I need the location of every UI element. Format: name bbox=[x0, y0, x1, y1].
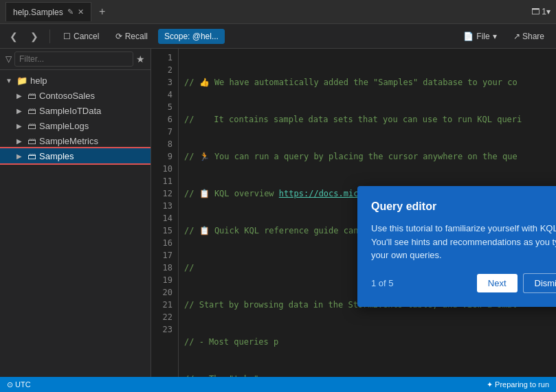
tree-chevron-help: ▼ bbox=[5, 77, 14, 84]
sidebar: ▽ ★ ▼ 📁 help ▶ 🗃 ContosoSales ▶ 🗃 Sample… bbox=[0, 49, 151, 377]
tab-help-samples[interactable]: help.Samples ✎ ✕ bbox=[5, 2, 91, 21]
filter-icon: ▽ bbox=[5, 54, 12, 64]
toolbar-separator bbox=[49, 30, 50, 43]
code-line-8: // - Most queries p bbox=[184, 336, 551, 348]
tree-label-help: help bbox=[30, 76, 47, 86]
tree-chevron-samples: ▶ bbox=[16, 152, 25, 160]
line-num-4: 4 bbox=[151, 89, 173, 101]
tree-item-contososales[interactable]: ▶ 🗃 ContosoSales bbox=[0, 88, 151, 103]
tree-view: ▼ 📁 help ▶ 🗃 ContosoSales ▶ 🗃 SampleIoTD… bbox=[0, 70, 151, 377]
popup-counter: 1 of 5 bbox=[371, 278, 471, 288]
line-num-2: 2 bbox=[151, 64, 173, 76]
tree-label-samples: Samples bbox=[39, 151, 74, 161]
popup-footer: 1 of 5 Next Dismiss bbox=[371, 273, 556, 293]
tree-label-sampleiotdata: SampleIoTData bbox=[39, 106, 101, 116]
query-editor-popup: Query editor ✕ Use this tutorial to fami… bbox=[357, 186, 556, 307]
main-content: ▽ ★ ▼ 📁 help ▶ 🗃 ContosoSales ▶ 🗃 Sample… bbox=[0, 49, 556, 377]
popup-title: Query editor bbox=[371, 200, 436, 213]
code-line-9: // - The "take" op bbox=[184, 373, 551, 377]
scope-label: Scope: @hel... bbox=[164, 32, 219, 41]
line-num-6: 6 bbox=[151, 113, 173, 126]
status-preparing: ✦ Preparing to run bbox=[487, 380, 549, 389]
tab-edit-icon[interactable]: ✎ bbox=[67, 8, 74, 16]
filter-input[interactable] bbox=[14, 51, 133, 67]
tree-chevron-sampleiotdata: ▶ bbox=[16, 107, 25, 115]
line-num-9: 9 bbox=[151, 150, 173, 163]
nav-right-button[interactable]: ❯ bbox=[26, 28, 43, 45]
toolbar-right: 📄 File ▾ ↗ Share bbox=[457, 29, 551, 44]
sidebar-filter-bar: ▽ ★ bbox=[0, 49, 151, 70]
tree-label-samplemetrics: SampleMetrics bbox=[39, 136, 98, 146]
recall-label: ⟳ Recall bbox=[115, 32, 148, 41]
file-icon: 📄 bbox=[463, 32, 474, 41]
tree-label-contososales: ContosoSales bbox=[39, 91, 95, 101]
line-numbers: 1 2 3 4 5 6 7 8 9 10 11 12 13 14 15 16 1… bbox=[151, 49, 179, 377]
nav-left-button[interactable]: ❮ bbox=[5, 28, 22, 45]
tree-chevron-samplelogs: ▶ bbox=[16, 122, 25, 130]
line-num-3: 3 bbox=[151, 76, 173, 89]
popup-header: Query editor ✕ bbox=[371, 200, 556, 214]
line-num-19: 19 bbox=[151, 274, 173, 286]
code-line-3: // 🏃 You can run a query by placing the … bbox=[184, 150, 551, 163]
tree-db-icon-sampleiotdata: 🗃 bbox=[27, 106, 36, 116]
line-num-1: 1 bbox=[151, 51, 173, 64]
tree-db-icon-contososales: 🗃 bbox=[27, 91, 36, 101]
share-button[interactable]: ↗ Share bbox=[507, 29, 551, 44]
file-label: File bbox=[476, 32, 489, 41]
tree-label-samplelogs: SampleLogs bbox=[39, 121, 89, 131]
window-controls[interactable]: 🗖 1▾ bbox=[531, 7, 551, 16]
tree-db-icon-samplemetrics: 🗃 bbox=[27, 136, 36, 146]
sidebar-actions-icon[interactable]: ★ bbox=[136, 54, 145, 65]
line-num-17: 17 bbox=[151, 249, 173, 262]
line-num-18: 18 bbox=[151, 262, 173, 274]
tree-item-samples[interactable]: ▶ 🗃 Samples bbox=[0, 148, 151, 163]
line-num-8: 8 bbox=[151, 138, 173, 150]
cancel-label: Cancel bbox=[74, 32, 99, 41]
tree-item-sampleiotdata[interactable]: ▶ 🗃 SampleIoTData bbox=[0, 103, 151, 118]
tree-db-icon-samples: 🗃 bbox=[27, 151, 36, 161]
line-num-14: 14 bbox=[151, 212, 173, 224]
toolbar: ❮ ❯ ☐ Cancel ⟳ Recall Scope: @hel... 📄 F… bbox=[0, 24, 556, 49]
cancel-icon: ☐ bbox=[63, 32, 71, 41]
tree-chevron-contososales: ▶ bbox=[16, 92, 25, 100]
file-button[interactable]: 📄 File ▾ bbox=[457, 29, 502, 44]
tab-close-icon[interactable]: ✕ bbox=[78, 8, 84, 16]
line-num-11: 11 bbox=[151, 175, 173, 187]
code-line-2: // It contains sample data sets that you… bbox=[184, 113, 551, 126]
line-num-16: 16 bbox=[151, 237, 173, 249]
cancel-button[interactable]: ☐ Cancel bbox=[57, 29, 105, 44]
new-tab-button[interactable]: + bbox=[94, 3, 111, 20]
title-bar: help.Samples ✎ ✕ + 🗖 1▾ bbox=[0, 0, 556, 24]
tree-chevron-samplemetrics: ▶ bbox=[16, 137, 25, 145]
tab-label: help.Samples bbox=[13, 8, 63, 17]
line-num-20: 20 bbox=[151, 286, 173, 299]
status-right: ✦ Preparing to run bbox=[487, 380, 549, 389]
recall-button[interactable]: ⟳ Recall bbox=[109, 29, 154, 44]
popup-body: Use this tutorial to familiarize yoursel… bbox=[371, 222, 556, 262]
line-num-10: 10 bbox=[151, 163, 173, 175]
line-num-22: 22 bbox=[151, 311, 173, 323]
editor-area: 1 2 3 4 5 6 7 8 9 10 11 12 13 14 15 16 1… bbox=[151, 49, 556, 377]
scope-button[interactable]: Scope: @hel... bbox=[158, 29, 225, 44]
tree-item-samplelogs[interactable]: ▶ 🗃 SampleLogs bbox=[0, 118, 151, 133]
status-utc: ⊙ UTC bbox=[7, 380, 31, 389]
line-num-21: 21 bbox=[151, 299, 173, 311]
line-num-15: 15 bbox=[151, 224, 173, 237]
tree-folder-icon-help: 📁 bbox=[16, 76, 27, 86]
line-num-23: 23 bbox=[151, 323, 173, 336]
code-line-1: // 👍 We have automatically added the "Sa… bbox=[184, 76, 551, 89]
tree-item-help[interactable]: ▼ 📁 help bbox=[0, 73, 151, 88]
tree-item-samplemetrics[interactable]: ▶ 🗃 SampleMetrics bbox=[0, 133, 151, 148]
status-bar: ⊙ UTC ✦ Preparing to run bbox=[0, 377, 556, 392]
dismiss-button[interactable]: Dismiss bbox=[523, 273, 557, 293]
line-num-5: 5 bbox=[151, 101, 173, 113]
tree-db-icon-samplelogs: 🗃 bbox=[27, 121, 36, 131]
line-num-7: 7 bbox=[151, 126, 173, 138]
line-num-13: 13 bbox=[151, 200, 173, 212]
line-num-12: 12 bbox=[151, 187, 173, 200]
next-button[interactable]: Next bbox=[477, 274, 518, 292]
share-label: ↗ Share bbox=[513, 32, 544, 41]
file-chevron: ▾ bbox=[493, 32, 497, 41]
